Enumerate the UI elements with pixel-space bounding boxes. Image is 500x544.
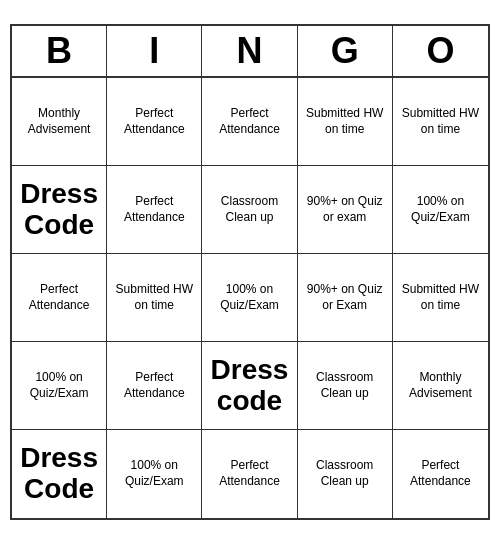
bingo-cell-17: Dress code (202, 342, 297, 430)
header-letter-G: G (298, 26, 393, 76)
bingo-cell-11: Submitted HW on time (107, 254, 202, 342)
bingo-cell-13: 90%+ on Quiz or Exam (298, 254, 393, 342)
bingo-cell-21: 100% on Quiz/Exam (107, 430, 202, 518)
bingo-cell-7: Classroom Clean up (202, 166, 297, 254)
bingo-cell-10: Perfect Attendance (12, 254, 107, 342)
bingo-cell-6: Perfect Attendance (107, 166, 202, 254)
bingo-cell-5: Dress Code (12, 166, 107, 254)
bingo-cell-23: Classroom Clean up (298, 430, 393, 518)
bingo-cell-3: Submitted HW on time (298, 78, 393, 166)
header-letter-O: O (393, 26, 488, 76)
header-letter-I: I (107, 26, 202, 76)
bingo-cell-22: Perfect Attendance (202, 430, 297, 518)
bingo-cell-4: Submitted HW on time (393, 78, 488, 166)
bingo-cell-16: Perfect Attendance (107, 342, 202, 430)
bingo-cell-12: 100% on Quiz/Exam (202, 254, 297, 342)
bingo-cell-20: Dress Code (12, 430, 107, 518)
bingo-cell-15: 100% on Quiz/Exam (12, 342, 107, 430)
bingo-cell-24: Perfect Attendance (393, 430, 488, 518)
bingo-cell-19: Monthly Advisement (393, 342, 488, 430)
bingo-cell-0: Monthly Advisement (12, 78, 107, 166)
bingo-cell-8: 90%+ on Quiz or exam (298, 166, 393, 254)
bingo-cell-18: Classroom Clean up (298, 342, 393, 430)
bingo-cell-9: 100% on Quiz/Exam (393, 166, 488, 254)
header-letter-N: N (202, 26, 297, 76)
bingo-grid: Monthly AdvisementPerfect AttendancePerf… (12, 78, 488, 518)
bingo-cell-2: Perfect Attendance (202, 78, 297, 166)
header-letter-B: B (12, 26, 107, 76)
bingo-cell-14: Submitted HW on time (393, 254, 488, 342)
bingo-cell-1: Perfect Attendance (107, 78, 202, 166)
bingo-header: BINGO (12, 26, 488, 78)
bingo-card: BINGO Monthly AdvisementPerfect Attendan… (10, 24, 490, 520)
